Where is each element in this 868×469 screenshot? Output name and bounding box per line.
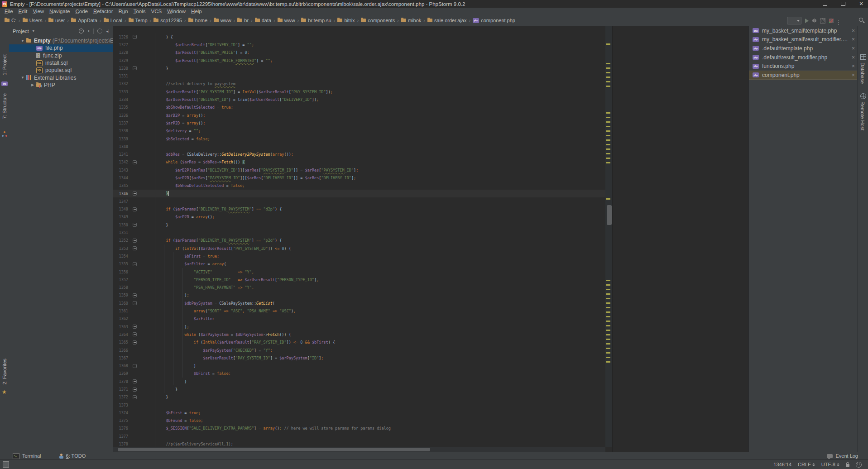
fold-marker[interactable] (133, 262, 137, 266)
toolwindow-button-remote-host[interactable]: Remote Host (860, 101, 865, 130)
warning-stripe-mark[interactable] (606, 198, 610, 200)
horizontal-scrollbar-thumb[interactable] (118, 448, 430, 451)
code-line[interactable]: 1373 (113, 401, 605, 409)
code-line[interactable]: 1354 $bFirst = true; (113, 252, 605, 260)
warning-stripe-mark[interactable] (606, 158, 610, 159)
gear-icon[interactable] (97, 29, 102, 34)
code-line[interactable]: 1338 $delivery = ""; (113, 127, 605, 135)
close-icon[interactable]: × (852, 63, 855, 69)
code-line[interactable]: 1357 "PERSON_TYPE_ID" => $arUserResult["… (113, 276, 605, 283)
code-line[interactable]: 1370 } (113, 378, 605, 385)
breadcrumb-item-br[interactable]: br (236, 18, 249, 23)
breadcrumb-item-mibok[interactable]: mibok (400, 18, 422, 23)
code-line[interactable]: 1366 $arPaySystem["CHECKED"] = "Y"; (113, 346, 605, 354)
warning-stripe-mark[interactable] (606, 81, 610, 82)
code-line[interactable]: 1334 $arUserResult["DELIVERY_ID"] = trim… (113, 96, 605, 103)
breadcrumb-item-appdata[interactable]: AppData (70, 18, 98, 23)
code-line[interactable]: 1375 $bFound = false; (113, 417, 605, 425)
locate-file-icon[interactable] (79, 29, 84, 34)
warning-stripe-mark[interactable] (606, 67, 610, 69)
horizontal-scrollbar[interactable] (113, 447, 605, 452)
code-line[interactable]: 1362 $arFilter (113, 315, 605, 323)
breadcrumb-item-user[interactable]: user (48, 18, 66, 23)
tree-item-empty[interactable]: ▼Empty(F:\Documents\projects\Em (9, 37, 113, 44)
breadcrumb-item-temp[interactable]: Temp (128, 18, 149, 23)
warning-stripe-mark[interactable] (606, 112, 610, 114)
fold-marker[interactable] (133, 191, 137, 196)
maximize-button[interactable] (838, 1, 848, 7)
code-line[interactable]: 1347 (113, 197, 605, 205)
code-line[interactable]: 1371 } (113, 385, 605, 393)
chevron-down-icon[interactable]: ▼ (32, 29, 35, 33)
tree-item-external-libraries[interactable]: ▼External Libraries (9, 74, 113, 81)
code-line[interactable]: 1341 $dbRes = CSaleDelivery::GetDelivery… (113, 150, 605, 158)
fold-marker[interactable] (133, 301, 137, 305)
breadcrumb-item-components[interactable]: components (360, 18, 396, 23)
open-file-tab-default-result-modifier-php[interactable]: php.default\result_modifier.php× (749, 53, 858, 62)
php-console-icon[interactable]: php (1, 81, 8, 86)
error-stripe[interactable] (605, 26, 612, 447)
open-file-tab-component-php[interactable]: phpcomponent.php× (749, 71, 858, 80)
warning-stripe-mark[interactable] (606, 361, 610, 363)
tree-item-install-sql[interactable]: SQLinstall.sql (9, 59, 113, 67)
breadcrumb-item-local[interactable]: Local (103, 18, 123, 23)
warning-stripe-mark[interactable] (606, 316, 610, 317)
code-line[interactable]: 1355 $arFilter = array( (113, 260, 605, 268)
warning-stripe-mark[interactable] (606, 339, 610, 340)
code-line[interactable]: 1333 $arUserResult["PAY_SYSTEM_ID"] = In… (113, 88, 605, 96)
encoding-selector[interactable]: UTF-8 (821, 462, 839, 467)
warning-stripe-mark[interactable] (606, 289, 610, 290)
code-line[interactable]: 1364 while ($arPaySystem = $dbPaySystem-… (113, 330, 605, 338)
warning-stripe-mark[interactable] (606, 334, 610, 335)
close-icon[interactable]: × (852, 72, 855, 78)
fold-marker[interactable] (133, 239, 137, 243)
code-line[interactable]: 1367 $arUserResult["PAY_SYSTEM_ID"] = $a… (113, 354, 605, 362)
fold-marker[interactable] (133, 246, 137, 250)
open-file-tab-default-template-php[interactable]: php.default\template.php× (749, 44, 858, 53)
code-line[interactable]: 1365 if (IntVal($arUserResult["PAY_SYSTE… (113, 339, 605, 346)
structure-icon[interactable] (4, 131, 5, 133)
search-everywhere-icon[interactable] (859, 18, 865, 24)
code-line[interactable]: 1337 $arP2D = array(); (113, 119, 605, 127)
code-line[interactable]: 1374 $bFirst = true; (113, 409, 605, 416)
tree-item-php[interactable]: ▶PHP (9, 81, 113, 89)
warning-stripe-mark[interactable] (606, 130, 610, 132)
menu-code[interactable]: Code (73, 9, 91, 14)
code-line[interactable]: 1352 if ($arParams["DELIVERY_TO_PAYSYSTE… (113, 237, 605, 244)
code-line[interactable]: 1329 $arResult["DELIVERY_PRICE_FORMATED"… (113, 57, 605, 64)
code-line[interactable]: 1346 } (113, 190, 605, 197)
close-icon[interactable]: × (852, 54, 855, 61)
caret-position[interactable]: 1346:14 (773, 462, 791, 467)
warning-stripe-mark[interactable] (606, 139, 610, 141)
minimize-button[interactable] (820, 1, 830, 7)
warning-stripe-mark[interactable] (606, 330, 610, 331)
code-line[interactable]: 1368 } (113, 362, 605, 369)
code-line[interactable]: 1363 ); (113, 323, 605, 330)
toolwindow-toggle-icon[interactable] (3, 461, 9, 468)
fold-marker[interactable] (133, 293, 137, 297)
menu-vcs[interactable]: VCS (148, 9, 164, 14)
code-line[interactable]: 1361 array("SORT" => "ASC", "PSA_NAME" =… (113, 307, 605, 315)
tree-item-file-php[interactable]: phpfile.php (9, 44, 113, 52)
warning-stripe-mark[interactable] (606, 307, 610, 308)
breadcrumb-item-bitrix[interactable]: bitrix (336, 18, 355, 23)
debug-icon[interactable] (812, 19, 816, 22)
warning-stripe-mark[interactable] (606, 298, 610, 299)
close-icon[interactable]: × (852, 28, 855, 34)
code-line[interactable]: 1339 $bSelected = false; (113, 135, 605, 143)
breadcrumb-item-br-temp-su[interactable]: br.temp.su (300, 18, 332, 23)
warning-stripe-mark[interactable] (606, 72, 610, 73)
breadcrumb-item-users[interactable]: Users (22, 18, 43, 23)
warning-stripe-mark[interactable] (606, 43, 610, 45)
fold-marker[interactable] (133, 325, 137, 329)
code-line[interactable]: 1349 $arP2D = array(); (113, 213, 605, 221)
hide-panel-icon[interactable]: ◂ (106, 29, 109, 34)
vertical-scrollbar-thumb[interactable] (607, 205, 612, 225)
code-line[interactable]: 1372 } (113, 393, 605, 401)
code-line[interactable]: 1343 $arD2P[$arRes["DELIVERY_ID"]][$arRe… (113, 166, 605, 174)
toolwindow-button-structure[interactable]: 7: Structure (2, 93, 7, 119)
breadcrumb-item-component-php[interactable]: phpcomponent.php (472, 18, 516, 23)
toolwindow-button-todo[interactable]: 6: TODO (59, 453, 86, 459)
warning-stripe-mark[interactable] (606, 357, 610, 358)
menu-edit[interactable]: Edit (16, 9, 30, 14)
